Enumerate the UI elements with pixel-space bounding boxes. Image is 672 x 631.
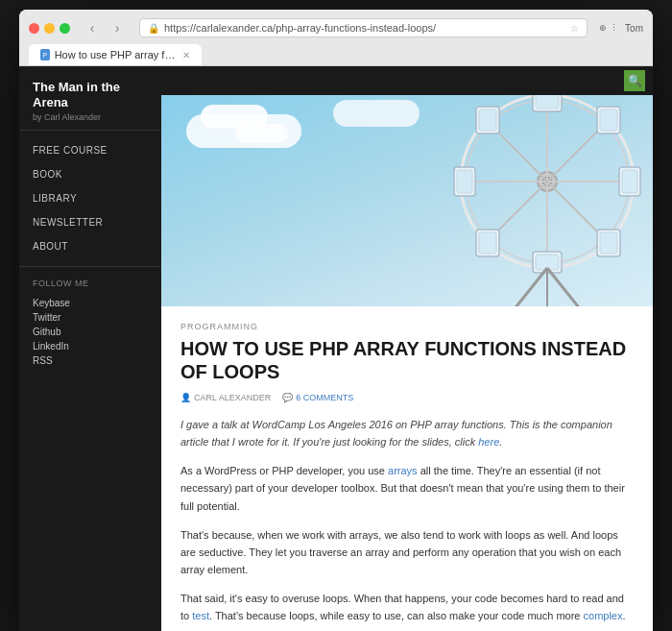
author-name: CARL ALEXANDER xyxy=(194,393,271,402)
extensions-icon: ⊕ xyxy=(599,23,607,33)
social-link-twitter[interactable]: Twitter xyxy=(33,310,148,325)
article-p2: That's because, when we work with arrays… xyxy=(180,526,634,578)
tab-favicon: P xyxy=(40,49,50,61)
cloud-1-bottom xyxy=(235,124,288,143)
article-author: 👤 CARL ALEXANDER xyxy=(180,393,271,402)
nav-menu: FREE COURSE BOOK LIBRARY NEWSLETTER ABOU… xyxy=(19,131,161,267)
site-title-area: The Man in the Arena by Carl Alexander xyxy=(19,66,161,131)
browser-chrome: ‹ › 🔒 https://carlalexander.ca/php-array… xyxy=(19,10,653,66)
site-subtitle: by Carl Alexander xyxy=(33,112,148,122)
menu-icon[interactable]: ⋮ xyxy=(610,23,618,33)
social-link-rss[interactable]: RSS xyxy=(33,353,148,368)
active-tab[interactable]: P How to use PHP array function... ✕ xyxy=(29,44,202,65)
article-comments[interactable]: 💬 6 COMMENTS xyxy=(282,393,353,402)
link-complex[interactable]: complex xyxy=(584,610,623,621)
link-here[interactable]: here xyxy=(478,436,499,448)
minimize-button[interactable] xyxy=(44,23,55,34)
url-text: https://carlalexander.ca/php-array-funct… xyxy=(164,22,436,34)
svg-rect-20 xyxy=(622,170,637,193)
link-arrays[interactable]: arrays xyxy=(388,465,418,476)
svg-rect-28 xyxy=(479,232,496,254)
toolbar-right-icons: ⊕ ⋮ Tom xyxy=(599,23,643,34)
article-p1: As a WordPress or PHP developer, you use… xyxy=(180,462,634,514)
link-test[interactable]: test xyxy=(192,610,209,621)
sidebar: The Man in the Arena by Carl Alexander F… xyxy=(19,66,161,631)
author-icon: 👤 xyxy=(180,393,191,402)
tab-close-icon[interactable]: ✕ xyxy=(182,50,190,61)
user-label: Tom xyxy=(625,23,643,34)
svg-rect-18 xyxy=(457,170,472,193)
article-body: I gave a talk at WordCamp Los Angeles 20… xyxy=(180,416,634,624)
nav-item-about[interactable]: ABOUT xyxy=(19,234,161,258)
main-content: 🔍 xyxy=(161,66,653,631)
top-search-bar: 🔍 xyxy=(161,66,653,95)
svg-rect-24 xyxy=(479,109,496,131)
svg-rect-14 xyxy=(536,95,559,109)
maximize-button[interactable] xyxy=(60,23,70,34)
back-button[interactable]: ‹ xyxy=(82,17,103,38)
ferris-wheel-svg xyxy=(355,95,653,306)
nav-item-book[interactable]: BOOK xyxy=(19,162,161,186)
lock-icon: 🔒 xyxy=(148,23,159,34)
comments-count: 6 COMMENTS xyxy=(296,393,353,402)
article-content: PROGRAMMING HOW TO USE PHP ARRAY FUNCTIO… xyxy=(161,306,653,631)
traffic-lights xyxy=(29,23,70,34)
comment-icon: 💬 xyxy=(282,393,293,402)
svg-line-29 xyxy=(509,268,547,306)
browser-controls: ‹ › 🔒 https://carlalexander.ca/php-array… xyxy=(29,17,643,38)
forward-button[interactable]: › xyxy=(107,17,128,38)
article-title: HOW TO USE PHP ARRAY FUNCTIONS INSTEAD O… xyxy=(180,337,634,383)
browser-tabs: P How to use PHP array function... ✕ xyxy=(29,44,643,65)
article-p3: That said, it's easy to overuse loops. W… xyxy=(180,590,634,624)
hero-image xyxy=(161,95,653,306)
address-bar[interactable]: 🔒 https://carlalexander.ca/php-array-fun… xyxy=(139,18,588,37)
close-button[interactable] xyxy=(29,23,39,34)
nav-item-newsletter[interactable]: NEWSLETTER xyxy=(19,210,161,234)
sidebar-social-section: FOLLOW ME Keybase Twitter Github LinkedI… xyxy=(19,267,161,376)
svg-rect-22 xyxy=(600,109,617,131)
article-meta: 👤 CARL ALEXANDER 💬 6 COMMENTS xyxy=(180,393,634,402)
svg-line-30 xyxy=(547,268,586,306)
nav-item-library[interactable]: LIBRARY xyxy=(19,186,161,210)
social-link-linkedin[interactable]: LinkedIn xyxy=(33,339,148,353)
star-icon[interactable]: ☆ xyxy=(570,23,579,34)
article-category: PROGRAMMING xyxy=(180,322,634,331)
site-title: The Man in the Arena xyxy=(33,80,148,109)
browser-nav: ‹ › xyxy=(82,17,128,38)
search-icon-button[interactable]: 🔍 xyxy=(624,70,645,91)
svg-rect-26 xyxy=(600,232,617,254)
article-intro: I gave a talk at WordCamp Los Angeles 20… xyxy=(180,416,634,450)
social-link-keybase[interactable]: Keybase xyxy=(33,296,148,310)
nav-item-free-course[interactable]: FREE COURSE xyxy=(19,138,161,162)
follow-me-title: FOLLOW ME xyxy=(33,279,148,288)
browser-window: ‹ › 🔒 https://carlalexander.ca/php-array… xyxy=(19,10,653,631)
social-link-github[interactable]: Github xyxy=(33,325,148,339)
tab-title: How to use PHP array function... xyxy=(55,49,178,61)
website: The Man in the Arena by Carl Alexander F… xyxy=(19,66,653,631)
svg-rect-16 xyxy=(536,255,559,270)
